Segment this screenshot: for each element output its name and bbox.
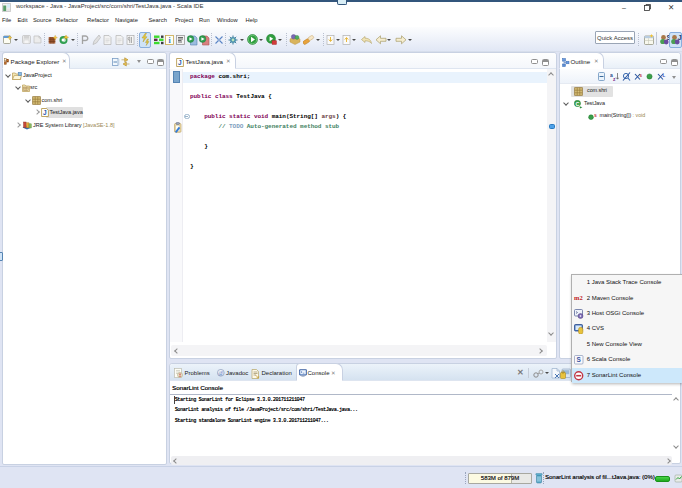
svg-text:L: L [663, 73, 666, 78]
svg-text:z: z [613, 76, 616, 81]
svg-text:J: J [677, 34, 681, 41]
svg-text:J: J [178, 59, 182, 66]
svg-text:@: @ [218, 370, 223, 376]
svg-text:S: S [577, 356, 582, 363]
svg-text:s: s [594, 112, 597, 118]
svg-text:C: C [575, 101, 579, 107]
svg-text:s: s [640, 73, 643, 78]
svg-text:J: J [42, 109, 46, 116]
